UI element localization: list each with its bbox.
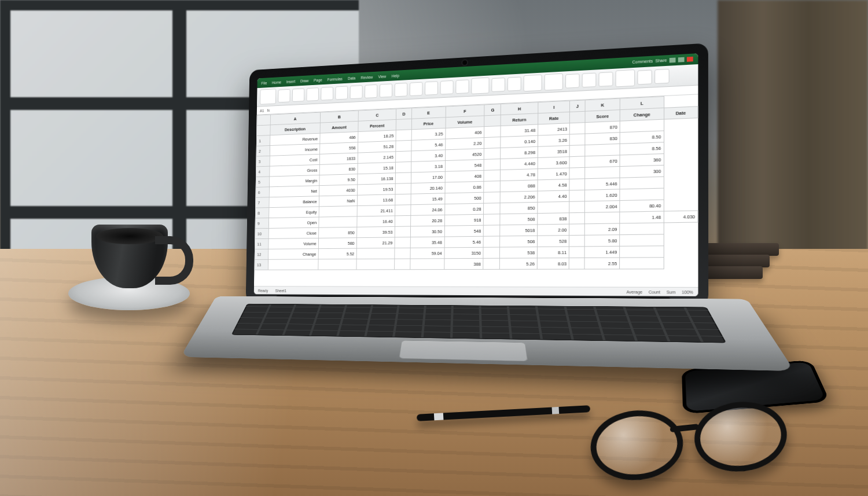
data-cell[interactable]: 5.446 bbox=[585, 178, 620, 190]
data-cell[interactable] bbox=[569, 235, 585, 247]
data-cell[interactable]: 538 bbox=[500, 247, 538, 259]
data-cell[interactable]: 3.40 bbox=[411, 150, 445, 162]
data-cell[interactable]: 4.440 bbox=[501, 157, 538, 170]
close-icon[interactable] bbox=[687, 57, 693, 62]
data-cell[interactable]: 8.298 bbox=[501, 146, 538, 159]
data-cell[interactable]: 0.140 bbox=[501, 135, 538, 148]
data-cell[interactable]: 1.48 bbox=[620, 211, 664, 223]
data-cell[interactable] bbox=[395, 215, 411, 226]
data-cell[interactable]: 5.46 bbox=[411, 139, 445, 151]
data-cell[interactable] bbox=[620, 258, 664, 269]
data-cell[interactable] bbox=[585, 167, 620, 179]
field-header[interactable]: Rate bbox=[538, 112, 570, 124]
data-cell[interactable] bbox=[483, 236, 500, 247]
font-color-button[interactable] bbox=[380, 83, 392, 97]
data-cell[interactable] bbox=[395, 194, 411, 205]
column-header[interactable]: K bbox=[585, 98, 620, 111]
paste-button[interactable] bbox=[260, 89, 276, 105]
data-cell[interactable] bbox=[484, 148, 501, 159]
tab[interactable]: Page bbox=[314, 78, 322, 82]
label-cell[interactable]: Close bbox=[269, 227, 319, 238]
fx-icon[interactable]: fx bbox=[267, 108, 270, 112]
data-cell[interactable] bbox=[584, 212, 620, 224]
data-cell[interactable]: 20.140 bbox=[411, 182, 445, 194]
data-cell[interactable]: 8.11 bbox=[537, 247, 569, 258]
data-cell[interactable]: 508 bbox=[500, 236, 538, 247]
data-cell[interactable]: 528 bbox=[538, 236, 569, 247]
fill-color-button[interactable] bbox=[365, 84, 377, 98]
data-cell[interactable]: 4030 bbox=[319, 185, 358, 196]
data-cell[interactable] bbox=[395, 205, 411, 216]
data-cell[interactable] bbox=[484, 159, 501, 171]
data-cell[interactable]: 3150 bbox=[444, 247, 483, 258]
row-header[interactable]: 8 bbox=[255, 208, 269, 218]
comma-button[interactable] bbox=[507, 76, 521, 91]
data-cell[interactable]: 3518 bbox=[538, 145, 569, 157]
data-cell[interactable]: 406 bbox=[446, 127, 484, 139]
label-cell[interactable]: Equity bbox=[269, 207, 319, 218]
data-cell[interactable] bbox=[569, 145, 584, 156]
data-cell[interactable]: 30.50 bbox=[410, 226, 444, 237]
column-header[interactable]: I bbox=[538, 101, 570, 113]
data-cell[interactable]: 870 bbox=[585, 121, 620, 134]
data-cell[interactable]: 2.55 bbox=[584, 258, 620, 269]
field-header[interactable] bbox=[257, 125, 271, 136]
find-button[interactable] bbox=[654, 69, 670, 84]
maximize-icon[interactable] bbox=[678, 57, 685, 63]
data-cell[interactable]: 830 bbox=[319, 163, 358, 175]
label-cell[interactable]: Margin bbox=[270, 175, 320, 187]
data-cell[interactable]: 2.206 bbox=[500, 191, 538, 203]
data-cell[interactable]: 8.03 bbox=[537, 258, 569, 270]
data-cell[interactable]: 18.25 bbox=[358, 130, 396, 142]
data-cell[interactable]: 16.40 bbox=[357, 216, 395, 227]
data-cell[interactable]: 9.50 bbox=[319, 174, 358, 186]
data-cell[interactable] bbox=[319, 206, 357, 217]
data-cell[interactable]: 830 bbox=[585, 133, 620, 145]
data-cell[interactable] bbox=[569, 167, 584, 179]
data-cell[interactable]: 2.004 bbox=[584, 201, 620, 213]
label-cell[interactable]: Volume bbox=[269, 238, 319, 249]
data-cell[interactable]: 15.49 bbox=[411, 193, 445, 205]
data-cell[interactable]: 21.29 bbox=[356, 237, 395, 248]
data-cell[interactable]: 3.26 bbox=[538, 134, 570, 146]
data-cell[interactable]: 19.53 bbox=[358, 183, 396, 195]
data-cell[interactable] bbox=[620, 246, 664, 258]
data-cell[interactable]: 15.18 bbox=[358, 162, 396, 174]
data-cell[interactable] bbox=[319, 216, 357, 227]
tab[interactable]: Review bbox=[361, 75, 373, 79]
wrap-text-button[interactable] bbox=[440, 80, 454, 95]
data-cell[interactable]: 0.86 bbox=[445, 181, 484, 193]
data-cell[interactable] bbox=[570, 123, 585, 134]
data-cell[interactable] bbox=[484, 203, 501, 215]
data-cell[interactable] bbox=[569, 247, 585, 258]
field-header[interactable]: Score bbox=[585, 110, 620, 123]
data-cell[interactable] bbox=[396, 161, 411, 172]
row-header[interactable]: 7 bbox=[256, 197, 270, 208]
row-header[interactable]: 6 bbox=[256, 187, 270, 197]
data-cell[interactable] bbox=[396, 140, 411, 151]
align-center-button[interactable] bbox=[410, 82, 423, 97]
data-cell[interactable] bbox=[569, 212, 585, 224]
tab[interactable]: Formulas bbox=[328, 76, 343, 81]
underline-button[interactable] bbox=[335, 86, 348, 100]
data-cell[interactable] bbox=[395, 259, 410, 270]
data-cell[interactable]: 20.28 bbox=[410, 215, 444, 226]
data-cell[interactable]: 5018 bbox=[500, 225, 538, 236]
data-cell[interactable] bbox=[395, 226, 411, 237]
data-cell[interactable]: 4520 bbox=[445, 148, 484, 160]
data-cell[interactable]: 408 bbox=[445, 170, 484, 182]
column-header[interactable]: J bbox=[570, 100, 585, 112]
data-cell[interactable]: 51.28 bbox=[358, 141, 396, 153]
row-header[interactable]: 11 bbox=[255, 238, 269, 249]
data-cell[interactable] bbox=[395, 183, 411, 194]
label-cell[interactable]: Change bbox=[269, 249, 319, 260]
data-cell[interactable] bbox=[620, 234, 664, 247]
data-cell[interactable]: 670 bbox=[585, 155, 620, 167]
tab[interactable]: Help bbox=[392, 74, 399, 78]
data-cell[interactable] bbox=[396, 130, 411, 141]
data-cell[interactable]: 850 bbox=[500, 202, 538, 214]
row-header[interactable]: 4 bbox=[256, 166, 270, 177]
data-cell[interactable] bbox=[484, 192, 501, 204]
data-cell[interactable]: 548 bbox=[445, 159, 484, 171]
data-cell[interactable]: 1.620 bbox=[585, 189, 620, 201]
